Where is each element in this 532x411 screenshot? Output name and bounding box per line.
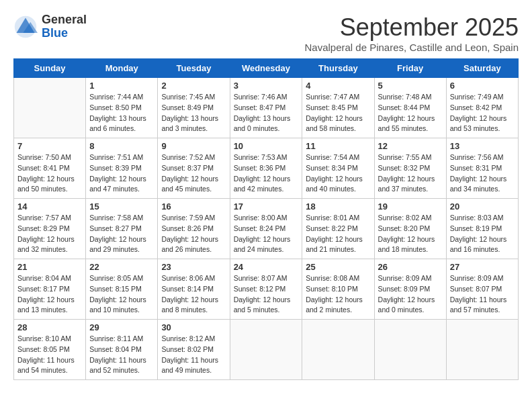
day-number: 30 bbox=[161, 322, 226, 332]
weekday-header-tuesday: Tuesday bbox=[158, 59, 230, 78]
calendar-cell: 18Sunrise: 8:01 AM Sunset: 8:22 PM Dayli… bbox=[302, 199, 374, 259]
day-info: Sunrise: 7:49 AM Sunset: 8:42 PM Dayligh… bbox=[450, 92, 515, 134]
weekday-header-monday: Monday bbox=[86, 59, 158, 78]
calendar-cell: 7Sunrise: 7:50 AM Sunset: 8:41 PM Daylig… bbox=[14, 138, 86, 199]
day-info: Sunrise: 8:09 AM Sunset: 8:09 PM Dayligh… bbox=[378, 273, 443, 316]
day-info: Sunrise: 7:53 AM Sunset: 8:36 PM Dayligh… bbox=[234, 152, 299, 195]
logo-text: General Blue bbox=[42, 13, 87, 40]
day-info: Sunrise: 7:51 AM Sunset: 8:39 PM Dayligh… bbox=[89, 152, 154, 195]
calendar-cell: 13Sunrise: 7:56 AM Sunset: 8:31 PM Dayli… bbox=[446, 138, 518, 199]
calendar-cell bbox=[230, 320, 302, 380]
calendar-cell: 23Sunrise: 8:06 AM Sunset: 8:14 PM Dayli… bbox=[158, 259, 230, 320]
logo: General Blue bbox=[13, 13, 87, 40]
day-number: 24 bbox=[234, 262, 299, 272]
calendar-cell: 11Sunrise: 7:54 AM Sunset: 8:34 PM Dayli… bbox=[302, 138, 374, 199]
day-info: Sunrise: 8:03 AM Sunset: 8:19 PM Dayligh… bbox=[450, 213, 515, 255]
calendar-cell: 5Sunrise: 7:48 AM Sunset: 8:44 PM Daylig… bbox=[374, 78, 446, 138]
calendar-cell: 4Sunrise: 7:47 AM Sunset: 8:45 PM Daylig… bbox=[302, 78, 374, 138]
day-number: 9 bbox=[161, 141, 226, 151]
day-info: Sunrise: 8:02 AM Sunset: 8:20 PM Dayligh… bbox=[378, 213, 443, 255]
day-info: Sunrise: 8:08 AM Sunset: 8:10 PM Dayligh… bbox=[306, 273, 370, 316]
day-number: 20 bbox=[450, 201, 515, 212]
day-number: 15 bbox=[89, 201, 154, 212]
day-info: Sunrise: 7:50 AM Sunset: 8:41 PM Dayligh… bbox=[17, 152, 82, 195]
day-info: Sunrise: 7:59 AM Sunset: 8:26 PM Dayligh… bbox=[161, 213, 226, 255]
weekday-header-thursday: Thursday bbox=[302, 59, 374, 78]
calendar-cell: 16Sunrise: 7:59 AM Sunset: 8:26 PM Dayli… bbox=[158, 199, 230, 259]
day-info: Sunrise: 7:45 AM Sunset: 8:49 PM Dayligh… bbox=[161, 92, 226, 134]
calendar-table: SundayMondayTuesdayWednesdayThursdayFrid… bbox=[13, 58, 519, 380]
logo-icon bbox=[13, 15, 38, 39]
calendar-header-row: SundayMondayTuesdayWednesdayThursdayFrid… bbox=[14, 59, 519, 78]
day-info: Sunrise: 8:07 AM Sunset: 8:12 PM Dayligh… bbox=[234, 273, 299, 316]
day-number: 23 bbox=[161, 262, 226, 272]
week-row-1: 1Sunrise: 7:44 AM Sunset: 8:50 PM Daylig… bbox=[14, 78, 519, 138]
day-info: Sunrise: 7:46 AM Sunset: 8:47 PM Dayligh… bbox=[234, 92, 299, 134]
day-info: Sunrise: 7:48 AM Sunset: 8:44 PM Dayligh… bbox=[378, 92, 443, 134]
day-number: 26 bbox=[378, 262, 443, 272]
calendar-cell: 3Sunrise: 7:46 AM Sunset: 8:47 PM Daylig… bbox=[230, 78, 302, 138]
day-number: 4 bbox=[306, 81, 370, 91]
day-info: Sunrise: 8:09 AM Sunset: 8:07 PM Dayligh… bbox=[450, 273, 515, 316]
month-title: September 2025 bbox=[304, 13, 519, 42]
calendar-cell: 9Sunrise: 7:52 AM Sunset: 8:37 PM Daylig… bbox=[158, 138, 230, 199]
calendar-cell: 17Sunrise: 8:00 AM Sunset: 8:24 PM Dayli… bbox=[230, 199, 302, 259]
week-row-5: 28Sunrise: 8:10 AM Sunset: 8:05 PM Dayli… bbox=[14, 320, 519, 380]
week-row-4: 21Sunrise: 8:04 AM Sunset: 8:17 PM Dayli… bbox=[14, 259, 519, 320]
calendar-cell: 14Sunrise: 7:57 AM Sunset: 8:29 PM Dayli… bbox=[14, 199, 86, 259]
day-number: 7 bbox=[17, 141, 82, 151]
day-info: Sunrise: 7:47 AM Sunset: 8:45 PM Dayligh… bbox=[306, 92, 370, 134]
day-number: 21 bbox=[17, 262, 82, 272]
calendar-cell: 19Sunrise: 8:02 AM Sunset: 8:20 PM Dayli… bbox=[374, 199, 446, 259]
day-number: 8 bbox=[89, 141, 154, 151]
day-number: 10 bbox=[234, 141, 299, 151]
weekday-header-sunday: Sunday bbox=[14, 59, 86, 78]
day-info: Sunrise: 8:05 AM Sunset: 8:15 PM Dayligh… bbox=[89, 273, 154, 316]
weekday-header-saturday: Saturday bbox=[446, 59, 518, 78]
day-number: 29 bbox=[89, 322, 154, 332]
day-info: Sunrise: 7:57 AM Sunset: 8:29 PM Dayligh… bbox=[17, 213, 82, 255]
day-number: 11 bbox=[306, 141, 370, 151]
calendar-cell bbox=[446, 320, 518, 380]
day-info: Sunrise: 7:58 AM Sunset: 8:27 PM Dayligh… bbox=[89, 213, 154, 255]
day-info: Sunrise: 8:11 AM Sunset: 8:04 PM Dayligh… bbox=[89, 334, 154, 376]
calendar-cell: 27Sunrise: 8:09 AM Sunset: 8:07 PM Dayli… bbox=[446, 259, 518, 320]
day-info: Sunrise: 8:12 AM Sunset: 8:02 PM Dayligh… bbox=[161, 334, 226, 376]
weekday-header-friday: Friday bbox=[374, 59, 446, 78]
calendar-cell bbox=[14, 78, 86, 138]
day-number: 16 bbox=[161, 201, 226, 212]
day-number: 5 bbox=[378, 81, 443, 91]
location-subtitle: Navalperal de Pinares, Castille and Leon… bbox=[304, 42, 519, 53]
week-row-2: 7Sunrise: 7:50 AM Sunset: 8:41 PM Daylig… bbox=[14, 138, 519, 199]
day-number: 6 bbox=[450, 81, 515, 91]
calendar-cell: 20Sunrise: 8:03 AM Sunset: 8:19 PM Dayli… bbox=[446, 199, 518, 259]
day-number: 18 bbox=[306, 201, 370, 212]
calendar-cell: 10Sunrise: 7:53 AM Sunset: 8:36 PM Dayli… bbox=[230, 138, 302, 199]
calendar-cell: 21Sunrise: 8:04 AM Sunset: 8:17 PM Dayli… bbox=[14, 259, 86, 320]
day-info: Sunrise: 7:56 AM Sunset: 8:31 PM Dayligh… bbox=[450, 152, 515, 195]
calendar-cell: 22Sunrise: 8:05 AM Sunset: 8:15 PM Dayli… bbox=[86, 259, 158, 320]
calendar-cell: 2Sunrise: 7:45 AM Sunset: 8:49 PM Daylig… bbox=[158, 78, 230, 138]
day-info: Sunrise: 8:06 AM Sunset: 8:14 PM Dayligh… bbox=[161, 273, 226, 316]
logo-blue-text: Blue bbox=[42, 27, 87, 40]
calendar-cell bbox=[374, 320, 446, 380]
day-info: Sunrise: 7:55 AM Sunset: 8:32 PM Dayligh… bbox=[378, 152, 443, 195]
week-row-3: 14Sunrise: 7:57 AM Sunset: 8:29 PM Dayli… bbox=[14, 199, 519, 259]
day-number: 3 bbox=[234, 81, 299, 91]
day-number: 14 bbox=[17, 201, 82, 212]
calendar-cell: 1Sunrise: 7:44 AM Sunset: 8:50 PM Daylig… bbox=[86, 78, 158, 138]
day-number: 2 bbox=[161, 81, 226, 91]
calendar-cell: 29Sunrise: 8:11 AM Sunset: 8:04 PM Dayli… bbox=[86, 320, 158, 380]
title-block: September 2025 Navalperal de Pinares, Ca… bbox=[304, 13, 519, 53]
day-number: 25 bbox=[306, 262, 370, 272]
calendar-cell: 15Sunrise: 7:58 AM Sunset: 8:27 PM Dayli… bbox=[86, 199, 158, 259]
calendar-cell: 25Sunrise: 8:08 AM Sunset: 8:10 PM Dayli… bbox=[302, 259, 374, 320]
day-number: 19 bbox=[378, 201, 443, 212]
day-number: 22 bbox=[89, 262, 154, 272]
day-info: Sunrise: 8:04 AM Sunset: 8:17 PM Dayligh… bbox=[17, 273, 82, 316]
calendar-cell: 24Sunrise: 8:07 AM Sunset: 8:12 PM Dayli… bbox=[230, 259, 302, 320]
calendar-cell: 26Sunrise: 8:09 AM Sunset: 8:09 PM Dayli… bbox=[374, 259, 446, 320]
day-number: 28 bbox=[17, 322, 82, 332]
day-number: 17 bbox=[234, 201, 299, 212]
day-info: Sunrise: 8:01 AM Sunset: 8:22 PM Dayligh… bbox=[306, 213, 370, 255]
